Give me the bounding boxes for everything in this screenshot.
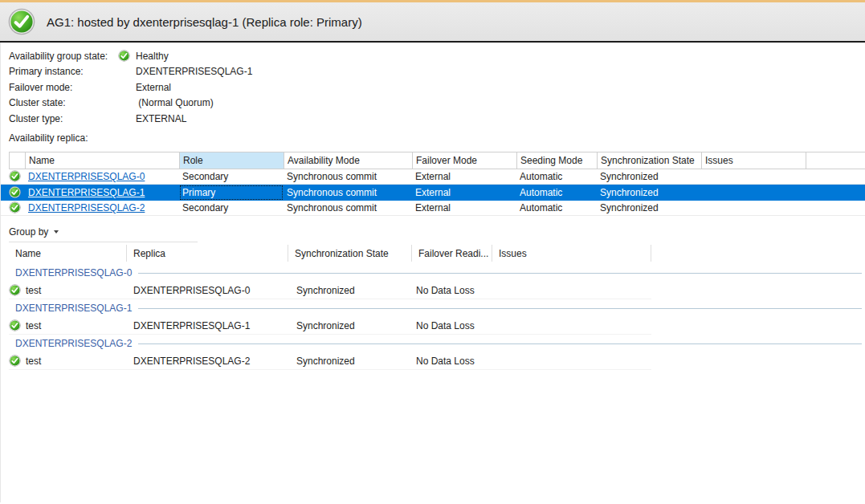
synchronization-state-cell: Synchronized [597, 171, 701, 182]
column-header-synchronization-state[interactable]: Synchronization State [598, 152, 702, 169]
availability-mode-cell: Synchronous commit [284, 187, 412, 198]
replica-name-link[interactable]: DXENTERPRISESQLAG-0 [28, 171, 145, 182]
summary-label: Cluster type: [9, 113, 118, 124]
group-name: DXENTERPRISESQLAG-1 [9, 303, 132, 314]
database-row[interactable]: test DXENTERPRISESQLAG-0 Synchronized No… [9, 282, 651, 299]
groupby-toolbar: Group by [9, 224, 198, 242]
summary-row-cluster-type: Cluster type: EXTERNAL [9, 111, 865, 127]
column-header-availability-mode[interactable]: Availability Mode [284, 152, 413, 169]
healthy-status-icon-slot [118, 50, 136, 62]
green-check-icon [9, 355, 21, 367]
replica-name-link[interactable]: DXENTERPRISESQLAG-2 [28, 202, 145, 213]
failover-mode-cell: External [412, 187, 516, 198]
group-rule-line [138, 273, 862, 274]
seeding-mode-cell: Automatic [516, 187, 597, 198]
availability-mode-cell: Synchronous commit [284, 202, 412, 213]
database-name: test [26, 320, 41, 331]
replica-grid: Name Role Availability Mode Failover Mod… [1, 152, 865, 217]
group-rule-line [138, 343, 862, 344]
summary-value: External [136, 82, 171, 93]
summary-value: EXTERNAL [136, 113, 186, 124]
green-check-icon [8, 8, 35, 35]
ag-summary: Availability group state: Healthy Primar… [1, 43, 865, 127]
synchronization-state-cell: Synchronized [288, 320, 412, 331]
groupby-label: Group by [9, 226, 48, 238]
status-column-header[interactable] [10, 152, 26, 169]
column-header-seeding-mode[interactable]: Seeding Mode [517, 152, 598, 169]
failover-readiness-cell: No Data Loss [412, 320, 492, 331]
databases-grid-header: Name Replica Synchronization State Failo… [9, 242, 862, 264]
summary-row-state: Availability group state: Healthy [9, 48, 865, 64]
summary-row-primary-instance: Primary instance: DXENTERPRISESQLAG-1 [9, 64, 865, 80]
green-check-icon [9, 201, 21, 213]
column-header-failover-mode[interactable]: Failover Mode [413, 152, 517, 169]
summary-row-cluster-state: Cluster state: (Normal Quorum) [9, 96, 865, 112]
green-check-icon [118, 50, 130, 62]
column-header-name[interactable]: Name [9, 245, 127, 262]
column-header-name[interactable]: Name [26, 152, 180, 169]
column-header-issues[interactable]: Issues [492, 245, 651, 262]
role-cell-focused: Primary [179, 185, 284, 201]
role-cell: Secondary [179, 169, 284, 185]
replica-name-link[interactable]: DXENTERPRISESQLAG-1 [28, 187, 145, 198]
replica-row-selected[interactable]: DXENTERPRISESQLAG-1 Primary Synchronous … [1, 185, 865, 201]
summary-row-failover-mode: Failover mode: External [9, 79, 865, 96]
replica-cell: DXENTERPRISESQLAG-1 [127, 320, 288, 331]
green-check-icon [9, 170, 21, 182]
replica-row[interactable]: DXENTERPRISESQLAG-0 Secondary Synchronou… [1, 169, 865, 185]
green-check-icon [9, 319, 21, 331]
database-name: test [26, 285, 41, 296]
synchronization-state-cell: Synchronized [597, 202, 701, 213]
synchronization-state-cell: Synchronized [288, 285, 412, 296]
summary-value: DXENTERPRISESQLAG-1 [136, 66, 252, 77]
group-header: DXENTERPRISESQLAG-1 [9, 299, 862, 317]
seeding-mode-cell: Automatic [516, 171, 597, 182]
group-name: DXENTERPRISESQLAG-2 [9, 338, 132, 349]
column-header-role[interactable]: Role [180, 152, 284, 169]
database-name: test [26, 356, 41, 367]
failover-mode-cell: External [412, 171, 516, 182]
synchronization-state-cell: Synchronized [597, 187, 701, 198]
seeding-mode-cell: Automatic [516, 202, 597, 213]
summary-label: Cluster state: [9, 97, 118, 108]
group-header: DXENTERPRISESQLAG-0 [9, 264, 862, 282]
group-header: DXENTERPRISESQLAG-2 [9, 335, 862, 352]
summary-label: Failover mode: [9, 82, 118, 93]
groupby-dropdown[interactable]: Group by [9, 225, 62, 241]
green-check-icon [9, 284, 21, 296]
column-header-issues[interactable]: Issues [702, 152, 806, 169]
dashboard-header: AG1: hosted by dxenterprisesqlag-1 (Repl… [0, 2, 865, 43]
column-header-failover-readiness[interactable]: Failover Readi... [412, 245, 492, 262]
green-check-icon [9, 186, 21, 198]
summary-label: Primary instance: [9, 66, 118, 77]
group-name: DXENTERPRISESQLAG-0 [9, 267, 132, 278]
replica-row[interactable]: DXENTERPRISESQLAG-2 Secondary Synchronou… [1, 201, 865, 217]
synchronization-state-cell: Synchronized [288, 356, 412, 367]
summary-value: (Normal Quorum) [136, 97, 214, 108]
failover-mode-cell: External [412, 202, 516, 213]
database-row[interactable]: test DXENTERPRISESQLAG-1 Synchronized No… [9, 317, 651, 335]
failover-readiness-cell: No Data Loss [412, 285, 492, 296]
column-header-replica[interactable]: Replica [127, 245, 288, 262]
availability-replica-section-label: Availability replica: [9, 132, 865, 147]
failover-readiness-cell: No Data Loss [412, 356, 492, 367]
replica-grid-header: Name Role Availability Mode Failover Mod… [9, 152, 865, 169]
summary-label: Availability group state: [9, 51, 118, 62]
summary-value: Healthy [136, 51, 169, 62]
role-cell: Secondary [179, 201, 284, 216]
replica-cell: DXENTERPRISESQLAG-0 [127, 285, 288, 296]
page-title: AG1: hosted by dxenterprisesqlag-1 (Repl… [47, 15, 362, 29]
chevron-down-icon [54, 230, 59, 234]
replica-cell: DXENTERPRISESQLAG-2 [127, 356, 288, 367]
group-rule-line [138, 308, 862, 309]
availability-mode-cell: Synchronous commit [284, 171, 412, 182]
column-header-synchronization-state[interactable]: Synchronization State [288, 245, 412, 262]
database-row[interactable]: test DXENTERPRISESQLAG-2 Synchronized No… [9, 352, 651, 370]
databases-grid: Name Replica Synchronization State Failo… [9, 242, 865, 370]
